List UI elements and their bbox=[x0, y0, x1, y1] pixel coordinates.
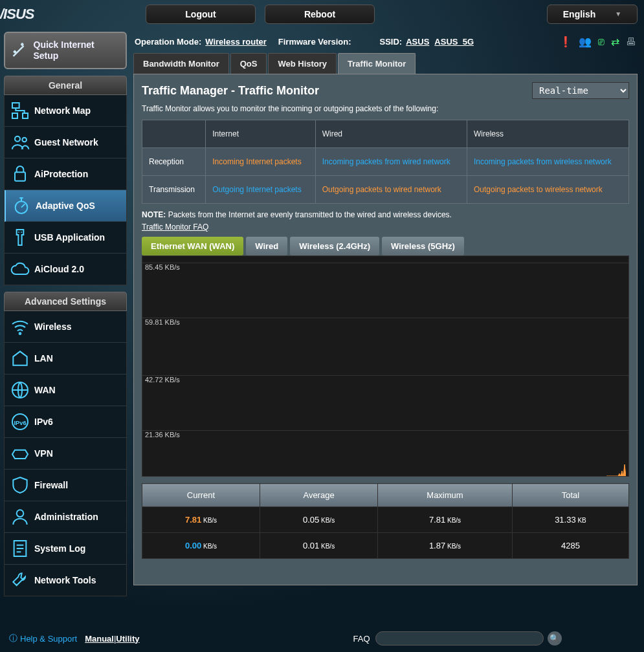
sidebar-item-label: LAN bbox=[34, 353, 53, 364]
sidebar-item-lan[interactable]: LAN bbox=[5, 343, 126, 375]
packet-link[interactable]: Incoming Internet packets bbox=[212, 157, 301, 166]
guest-network-icon bbox=[10, 135, 30, 150]
stats-header: Average bbox=[260, 484, 378, 507]
info-bar: Operation Mode: Wireless router Firmware… bbox=[133, 33, 638, 53]
graph-tab-wireless-5ghz-[interactable]: Wireless (5GHz) bbox=[382, 237, 464, 255]
sidebar-item-usb-application[interactable]: USB Application bbox=[5, 222, 126, 254]
quick-setup-label: Quick Internet Setup bbox=[34, 39, 121, 61]
svg-point-7 bbox=[19, 332, 21, 334]
packet-header: Wired bbox=[315, 120, 467, 148]
graph-tab-wired[interactable]: Wired bbox=[246, 237, 287, 255]
sidebar-item-wireless[interactable]: Wireless bbox=[5, 311, 126, 343]
utility-link[interactable]: Utility bbox=[116, 634, 139, 644]
packet-link[interactable]: Incoming packets from wired network bbox=[322, 157, 450, 166]
sidebar-item-label: USB Application bbox=[34, 232, 105, 243]
sidebar-item-label: Wireless bbox=[34, 321, 71, 332]
tab-bandwidth-monitor[interactable]: Bandwidth Monitor bbox=[133, 53, 229, 74]
packet-link[interactable]: Incoming packets from wireless network bbox=[474, 157, 612, 166]
graph-tab-ethernet-wan-wan-[interactable]: Ethernet WAN (WAN) bbox=[142, 237, 243, 255]
wand-icon bbox=[10, 41, 28, 60]
svg-rect-5 bbox=[15, 172, 25, 180]
svg-rect-2 bbox=[23, 113, 28, 118]
time-range-select[interactable]: Real-time bbox=[532, 82, 629, 99]
ssid-1[interactable]: ASUS bbox=[406, 37, 429, 47]
vpn-icon bbox=[10, 446, 30, 461]
tab-qos[interactable]: QoS bbox=[230, 53, 267, 74]
alert-icon[interactable]: ❗ bbox=[559, 36, 572, 48]
graph-tab-wireless-2-4ghz-[interactable]: Wireless (2.4GHz) bbox=[290, 237, 379, 255]
traffic-monitor-faq-link[interactable]: Traffic Monitor FAQ bbox=[142, 223, 208, 232]
sidebar-item-label: Administration bbox=[34, 512, 98, 522]
stats-cell: 0.05 KB/s bbox=[260, 507, 378, 533]
firewall-icon bbox=[10, 477, 30, 493]
sidebar-item-administration[interactable]: Administration bbox=[5, 501, 126, 533]
sidebar-item-firewall[interactable]: Firewall bbox=[5, 470, 126, 501]
help-support-link[interactable]: Help & Support bbox=[20, 634, 77, 644]
sidebar-item-label: WAN bbox=[34, 385, 56, 395]
aiprotection-icon bbox=[10, 166, 30, 182]
network-map-icon bbox=[10, 103, 30, 118]
network-icon[interactable]: ⎚ bbox=[598, 36, 605, 48]
stats-header: Maximum bbox=[378, 484, 513, 507]
ssid-2[interactable]: ASUS_5G bbox=[434, 37, 474, 47]
svg-point-11 bbox=[17, 510, 24, 517]
printer-icon[interactable]: 🖶 bbox=[626, 36, 636, 48]
stats-cell: 4285 bbox=[512, 533, 628, 559]
intro-text: Traffic Monitor allows you to monitor th… bbox=[142, 104, 629, 113]
sidebar-item-network-tools[interactable]: Network Tools bbox=[5, 565, 126, 596]
usb-application-icon bbox=[10, 230, 30, 245]
svg-point-4 bbox=[22, 137, 27, 142]
sidebar-item-wan[interactable]: WAN bbox=[5, 375, 126, 406]
adaptive-qos-icon bbox=[11, 198, 32, 213]
sidebar-item-guest-network[interactable]: Guest Network bbox=[5, 127, 126, 158]
packet-link[interactable]: Outgoing packets to wired network bbox=[322, 185, 441, 194]
sidebar-item-aiprotection[interactable]: AiProtection bbox=[5, 158, 126, 190]
packet-header bbox=[142, 120, 206, 148]
tab-web-history[interactable]: Web History bbox=[268, 53, 337, 74]
stats-cell: 1.87 KB/s bbox=[378, 533, 513, 559]
sidebar-item-ipv6[interactable]: IPv6IPv6 bbox=[5, 406, 126, 438]
svg-rect-0 bbox=[12, 103, 19, 108]
ipv6-icon: IPv6 bbox=[10, 414, 30, 429]
help-icon: ⓘ bbox=[9, 633, 17, 644]
sidebar-item-adaptive-qos[interactable]: Adaptive QoS bbox=[5, 190, 126, 222]
sidebar-item-label: Firewall bbox=[34, 480, 68, 490]
reboot-button[interactable]: Reboot bbox=[265, 5, 375, 24]
sidebar-header-advanced: Advanced Settings bbox=[4, 292, 127, 311]
administration-icon bbox=[10, 509, 30, 525]
packet-link[interactable]: Outgoing packets to wireless network bbox=[474, 185, 603, 194]
page-title: Traffic Manager - Traffic Monitor bbox=[142, 84, 319, 98]
sidebar-item-label: AiCloud 2.0 bbox=[34, 264, 84, 274]
usb-icon[interactable]: ⇄ bbox=[611, 36, 619, 48]
language-dropdown[interactable]: English ▼ bbox=[547, 5, 638, 24]
stats-cell: 7.81 KB/s bbox=[378, 507, 513, 533]
traffic-graph: 85.45 KB/s 59.81 KB/s 42.72 KB/s 21.36 K… bbox=[142, 255, 629, 477]
sidebar-item-system-log[interactable]: System Log bbox=[5, 533, 126, 565]
sidebar-item-network-map[interactable]: Network Map bbox=[5, 95, 126, 127]
faq-search-input[interactable] bbox=[375, 631, 544, 646]
y-tick: 21.36 KB/s bbox=[145, 431, 180, 439]
faq-search-button[interactable]: 🔍 bbox=[548, 631, 562, 646]
op-mode-label: Operation Mode: bbox=[135, 37, 201, 47]
stats-cell: 31.33 KB bbox=[512, 507, 628, 533]
wireless-icon bbox=[10, 319, 30, 334]
users-icon[interactable]: 👥 bbox=[579, 36, 592, 48]
quick-internet-setup[interactable]: Quick Internet Setup bbox=[4, 32, 127, 69]
stats-header: Current bbox=[142, 484, 260, 507]
packet-table: InternetWiredWireless ReceptionIncoming … bbox=[142, 120, 629, 204]
packet-row-label: Transmission bbox=[142, 176, 206, 204]
sidebar-item-aicloud-2-0[interactable]: AiCloud 2.0 bbox=[5, 254, 126, 285]
logout-button[interactable]: Logout bbox=[146, 5, 256, 24]
language-label: English bbox=[563, 9, 596, 19]
tab-traffic-monitor[interactable]: Traffic Monitor bbox=[338, 53, 416, 74]
asus-logo: /ISUS bbox=[0, 5, 61, 24]
faq-label: FAQ bbox=[353, 634, 370, 644]
svg-point-6 bbox=[16, 201, 28, 213]
sidebar-item-vpn[interactable]: VPN bbox=[5, 438, 126, 470]
sidebar-item-label: VPN bbox=[34, 448, 53, 459]
packet-link[interactable]: Outgoing Internet packets bbox=[212, 185, 301, 194]
sidebar-item-label: Adaptive QoS bbox=[36, 201, 95, 211]
op-mode-value[interactable]: Wireless router bbox=[205, 37, 267, 47]
network-tools-icon bbox=[10, 572, 30, 588]
manual-link[interactable]: Manual bbox=[85, 634, 114, 644]
